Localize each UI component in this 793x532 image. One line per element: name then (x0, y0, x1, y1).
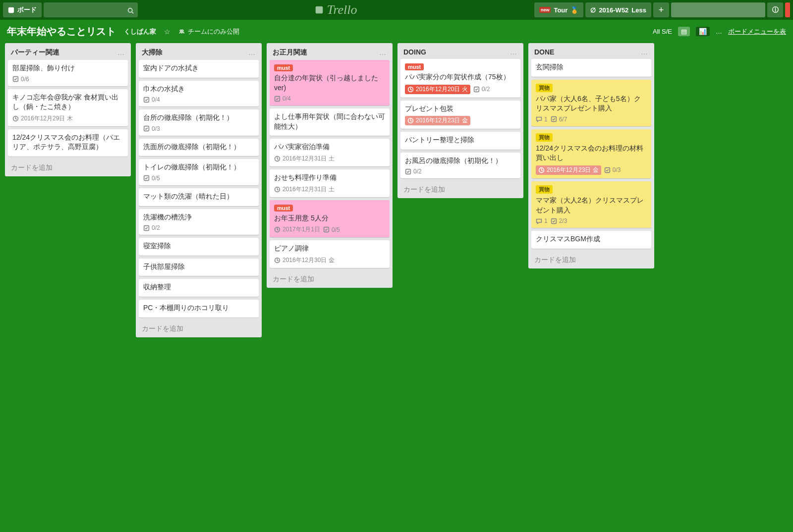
boards-button[interactable]: ボード (3, 2, 42, 17)
card-label: 買物 (536, 133, 553, 142)
list-menu-icon[interactable]: … (379, 49, 387, 56)
info-button[interactable]: ⓘ (767, 2, 783, 17)
card-title: お風呂の徹底掃除（初期化！） (405, 156, 516, 166)
add-card-button[interactable]: カードを追加 (531, 252, 651, 266)
card-title: おせち料理作り準備 (274, 173, 385, 183)
card[interactable]: 部屋掃除、飾り付け 0/6 (8, 60, 128, 86)
notifications-button[interactable] (785, 2, 790, 17)
logo-text: Trello (327, 2, 357, 17)
list-menu-icon[interactable]: … (641, 48, 648, 56)
less-label: Less (631, 6, 646, 14)
card[interactable]: トイレの徹底掃除（初期化！） 0/5 (139, 159, 259, 185)
list-title[interactable]: 大掃除 (142, 48, 248, 57)
list-menu-icon[interactable]: … (117, 49, 125, 56)
card-title: パパ家（大人6名、子ども5名）クリスマスプレゼント購入 (536, 94, 647, 113)
card[interactable]: PC・本棚周りのホコリ取り (139, 300, 259, 318)
add-card-button[interactable]: カードを追加 (270, 271, 390, 286)
board-menu-button[interactable]: ボードメニューを表 (728, 27, 786, 36)
card[interactable]: マット類の洗濯（晴れた日） (139, 188, 259, 206)
add-card-button[interactable]: カードを追加 (139, 320, 259, 335)
list-header: パーティー関連 … (8, 46, 128, 60)
add-card-button[interactable]: カードを追加 (400, 181, 520, 196)
card-badges: 2016年12月29日 木 (12, 114, 123, 123)
checklist-icon (551, 218, 557, 224)
card-badges: 2016年12月30日 金 (274, 256, 385, 265)
due-badge: 2016年12月31日 土 (274, 155, 335, 163)
tour-button[interactable]: new Tour 🏅 (534, 2, 583, 17)
card-title: PC・本棚周りのホコリ取り (143, 303, 254, 313)
all-se-label[interactable]: All S/E (653, 28, 672, 35)
card-title: 12/24クリスマス会のお料理（パエリア、ポテサラ、高野豆腐） (12, 133, 123, 152)
checklist-badge: 0/5 (323, 226, 340, 233)
card[interactable]: 買物 ママ家（大人2名）クリスマスプレゼント購入 12/3 (531, 181, 651, 228)
list-header: 大掃除 … (139, 46, 259, 60)
card-badges: 2016年12月23日 金0/3 (536, 165, 647, 175)
card[interactable]: 巾木の水拭き 0/4 (139, 81, 259, 107)
card[interactable]: 買物 12/24クリスマス会のお料理の材料買い出し 2016年12月23日 金0… (531, 129, 651, 178)
card-title: 台所の徹底掃除（初期化！） (143, 113, 254, 123)
card-label: must (274, 205, 293, 212)
card[interactable]: 収納整理 (139, 279, 259, 297)
card[interactable]: クリスマスBGM作成 (531, 231, 651, 249)
card-title: ピアノ調律 (274, 244, 385, 254)
list-menu-icon[interactable]: … (248, 49, 256, 56)
card[interactable]: 12/24クリスマス会のお料理（パエリア、ポテサラ、高野豆腐） (8, 129, 128, 157)
card[interactable]: プレゼント包装 2016年12月23日 金 (400, 101, 520, 129)
card-badges: 0/2 (405, 168, 516, 175)
card-badges: 2016年12月31日 土 (274, 185, 385, 194)
checklist-icon (143, 175, 150, 181)
list: パーティー関連 … 部屋掃除、飾り付け 0/6 キノコ忘年会@我が家 食材買い出… (5, 43, 131, 176)
search-icon (127, 6, 134, 14)
visibility[interactable]: チームにのみ公開 (178, 27, 239, 36)
card[interactable]: よし仕事用年賀状（間に合わない可能性大） (270, 108, 390, 136)
list-title[interactable]: DOING (403, 48, 510, 56)
card[interactable]: キノコ忘年会@我が家 食材買い出し（鍋・たこ焼き） 2016年12月29日 木 (8, 89, 128, 126)
week-button[interactable]: ∅ 2016-W52 Less (585, 2, 651, 17)
checklist-badge: 0/3 (143, 125, 160, 132)
card[interactable]: おせち料理作り準備 2016年12月31日 土 (270, 169, 390, 197)
due-badge: 2016年12月29日 木 (12, 114, 73, 123)
checklist-badge: 2/3 (551, 217, 567, 224)
card[interactable]: お風呂の徹底掃除（初期化！） 0/2 (400, 153, 520, 179)
checklist-icon (604, 167, 611, 173)
clock-icon (12, 115, 19, 122)
card[interactable]: 買物 パパ家（大人6名、子ども5名）クリスマスプレゼント購入 16/7 (531, 80, 651, 126)
card[interactable]: 洗面所の徹底掃除（初期化！） (139, 139, 259, 157)
card[interactable]: 洗濯機の槽洗浄 0/2 (139, 209, 259, 235)
tour-label: Tour (554, 6, 567, 14)
card[interactable]: 寝室掃除 (139, 238, 259, 256)
view-chart-icon[interactable]: 📊 (696, 27, 710, 36)
card[interactable]: must 自分達の年賀状（引っ越しましたver) 0/4 (270, 60, 390, 106)
list-title[interactable]: パーティー関連 (11, 48, 117, 57)
view-grid-icon[interactable]: ▤ (678, 27, 690, 36)
search-input[interactable] (44, 2, 138, 17)
star-icon[interactable]: ☆ (164, 28, 170, 36)
create-button[interactable]: + (653, 2, 669, 17)
card[interactable]: 子供部屋掃除 (139, 259, 259, 276)
list-title[interactable]: お正月関連 (273, 48, 379, 57)
user-button[interactable] (671, 2, 765, 17)
card[interactable]: 台所の徹底掃除（初期化！） 0/3 (139, 109, 259, 136)
card-badges: 12/3 (536, 217, 647, 224)
card-badges: 2016年12月20日 火0/2 (405, 85, 516, 94)
board-title[interactable]: 年末年始やることリスト (7, 25, 116, 38)
card[interactable]: must お年玉用意 5人分 2017年1月1日0/5 (270, 200, 390, 238)
card[interactable]: 室内ドアの水拭き (139, 60, 259, 78)
list-menu-icon[interactable]: … (510, 48, 517, 56)
card[interactable]: ピアノ調律 2016年12月30日 金 (270, 240, 390, 268)
card-badges: 0/5 (143, 175, 254, 182)
card[interactable]: パントリー整理と掃除 (400, 132, 520, 150)
comment-icon (536, 116, 542, 122)
checklist-badge: 0/3 (604, 166, 621, 173)
card[interactable]: must パパ実家分の年賀状作成（75枚） 2016年12月20日 火0/2 (400, 59, 520, 98)
card[interactable]: 玄関掃除 (531, 59, 651, 77)
team-name[interactable]: くしぱん家 (124, 27, 156, 36)
checklist-badge: 0/4 (143, 96, 160, 103)
clock-icon (407, 86, 414, 93)
add-card-button[interactable]: カードを追加 (8, 160, 128, 174)
card-title: 収納整理 (143, 282, 254, 292)
checklist-icon (323, 226, 330, 233)
card[interactable]: パパ実家宿泊準備 2016年12月31日 土 (270, 139, 390, 166)
logo[interactable]: Trello (140, 2, 532, 17)
list-title[interactable]: DONE (534, 48, 641, 56)
